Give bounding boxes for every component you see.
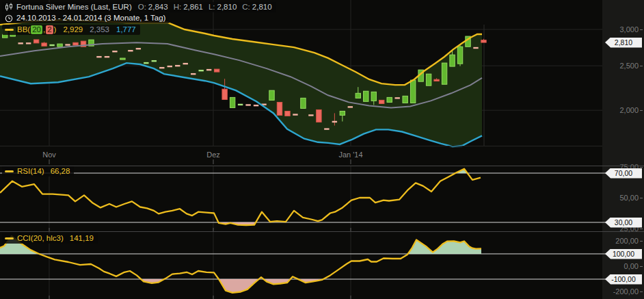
axis-tick-mark <box>640 241 643 242</box>
price-tick-label: 2,500 <box>607 62 639 70</box>
cci-level-badge: -100,00 <box>605 274 642 285</box>
open-label: O: <box>138 3 146 12</box>
cci-value: 141,19 <box>70 234 94 243</box>
high-label: H: <box>174 3 182 12</box>
month-label: Jan '14 <box>338 151 362 159</box>
price-tick-label: 2,000 <box>607 107 639 114</box>
candlestick-icon <box>5 3 13 12</box>
bb-upper-value: 2,929 <box>63 25 83 34</box>
cci-level-badge: 100,00 <box>605 249 642 259</box>
date-range-text: 24.10.2013 - 24.01.2014 (3 Monate, 1 Tag… <box>16 14 165 23</box>
cci-name: CCI(20, hlc3) <box>17 234 64 243</box>
low-value: 2,810 <box>217 3 237 12</box>
price-tick-label: 3,000 <box>607 26 639 34</box>
bb-name-separator: , <box>43 25 45 34</box>
bb-middle-value: 2,353 <box>90 25 109 34</box>
cci-level-label: -200,00 <box>607 288 639 296</box>
open-value: 2,843 <box>148 3 168 12</box>
rsi-level-label: 50,00 <box>607 194 639 202</box>
axis-tick-mark <box>640 291 643 292</box>
axis-tick-mark <box>640 110 643 111</box>
axis-tick-mark <box>640 198 643 198</box>
bb-name-prefix: BB( <box>17 25 30 34</box>
high-value: 2,861 <box>183 3 203 12</box>
bb-period-param[interactable]: 20 <box>31 25 42 34</box>
close-value: 2,810 <box>252 3 272 12</box>
rsi-line-swatch-icon <box>5 170 14 172</box>
rsi-level-badge: 30,00 <box>605 218 642 228</box>
axis-tick-mark <box>640 229 643 229</box>
rsi-value: 66,28 <box>51 167 70 176</box>
axis-tick-mark <box>640 66 643 66</box>
cci-level-label: 0,00 <box>607 263 639 270</box>
rsi-panel[interactable] <box>0 166 602 231</box>
rsi-name: RSI(14) <box>17 167 44 176</box>
time-axis[interactable] <box>0 146 602 166</box>
cci-line-swatch-icon <box>5 237 14 239</box>
instrument-title: Fortuna Silver Mines (Last, EUR) <box>16 3 132 12</box>
instrument-header[interactable]: Fortuna Silver Mines (Last, EUR) O: 2,84… <box>2 2 276 12</box>
rsi-indicator-legend[interactable]: RSI(14) 66,28 <box>2 166 74 177</box>
axis-tick-mark <box>640 266 643 267</box>
month-label: Dez <box>206 151 220 159</box>
low-label: L: <box>209 3 215 12</box>
chart-application: Fortuna Silver Mines (Last, EUR) O: 2,84… <box>0 0 644 299</box>
axis-tick-mark <box>640 29 643 30</box>
axis-tick-mark <box>640 167 643 168</box>
last-price-badge: 2,810 <box>605 38 642 48</box>
clock-icon <box>5 14 13 23</box>
bb-lower-value: 1,777 <box>116 25 136 34</box>
bb-stddev-param[interactable]: 2 <box>46 25 53 34</box>
chart-canvas <box>0 0 644 299</box>
cci-indicator-legend[interactable]: CCI(20, hlc3) 141,19 <box>2 233 98 244</box>
close-label: C: <box>242 3 250 12</box>
date-range-row[interactable]: 24.10.2013 - 24.01.2014 (3 Monate, 1 Tag… <box>2 13 170 23</box>
bb-line-swatch-icon <box>5 29 14 31</box>
bb-indicator-legend[interactable]: BB( 20 , 2 ) 2,929 2,353 1,777 <box>2 25 140 35</box>
month-label: Nov <box>42 151 56 159</box>
cci-level-label: 200,00 <box>607 237 639 245</box>
ohlc-readout: O: 2,843 H: 2,861 L: 2,810 C: 2,810 <box>138 3 272 12</box>
rsi-level-badge: 70,00 <box>605 168 642 179</box>
bb-name-suffix: ) <box>54 25 57 34</box>
